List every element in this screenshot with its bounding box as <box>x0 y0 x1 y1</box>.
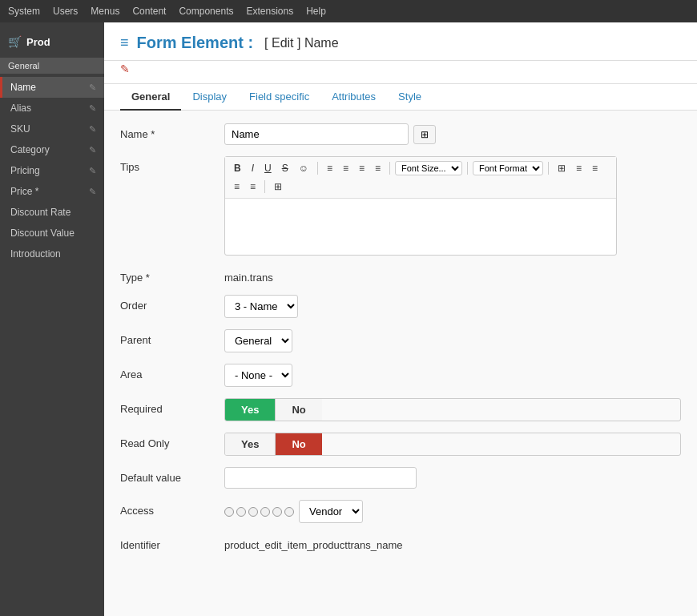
underline-icon: U <box>264 163 272 174</box>
readonly-no-button[interactable]: No <box>276 433 321 455</box>
required-field: Yes No <box>224 398 681 421</box>
tips-label: Tips <box>120 156 224 173</box>
type-label: Type * <box>120 267 224 284</box>
identifier-value: product_edit_item_producttrans_name <box>224 534 681 551</box>
sidebar-item-price[interactable]: Price * ✎ <box>0 181 104 202</box>
parent-field: General <box>224 329 681 352</box>
readonly-yes-button[interactable]: Yes <box>225 433 275 455</box>
italic-icon: I <box>252 163 254 174</box>
parent-label: Parent <box>120 329 224 346</box>
nav-users[interactable]: Users <box>53 6 78 17</box>
tab-general[interactable]: General <box>120 84 181 111</box>
toolbar-separator-2 <box>389 162 390 175</box>
indent-more-button[interactable]: ≡ <box>371 160 385 176</box>
name-input[interactable] <box>224 123 409 145</box>
toolbar-separator-5 <box>264 180 265 193</box>
area-row: Area - None - <box>120 364 681 387</box>
sidebar-item-name[interactable]: Name ✎ <box>0 77 104 98</box>
name-row: Name * ⊞ <box>120 123 681 145</box>
required-yes-button[interactable]: Yes <box>225 399 275 421</box>
sidebar-item-sku[interactable]: SKU ✎ <box>0 119 104 139</box>
font-format-select[interactable]: Font Format <box>473 161 543 175</box>
access-controls: Vendor <box>224 500 681 523</box>
sidebar-item-pricing[interactable]: Pricing ✎ <box>0 160 104 181</box>
nav-extensions[interactable]: Extensions <box>246 6 293 17</box>
align-justify-button[interactable]: ≡ <box>246 179 260 195</box>
align-left-button[interactable]: ≡ <box>572 160 586 176</box>
readonly-row: Read Only Yes No <box>120 433 681 456</box>
emoji-button[interactable]: ☺ <box>295 160 312 176</box>
sidebar-section: General <box>0 58 104 74</box>
source-button[interactable]: ⊞ <box>554 160 570 176</box>
access-dots <box>224 507 294 517</box>
rich-editor-body[interactable] <box>225 199 616 255</box>
unordered-list-button[interactable]: ≡ <box>323 160 336 176</box>
area-label: Area <box>120 364 224 380</box>
nav-content[interactable]: Content <box>132 6 166 17</box>
list-icon: ≡ <box>120 34 129 51</box>
sidebar-item-discount-rate[interactable]: Discount Rate <box>0 202 104 223</box>
edit-icon-alias[interactable]: ✎ <box>89 103 96 114</box>
order-field: 3 - Name <box>224 295 681 318</box>
nav-system[interactable]: System <box>8 6 40 17</box>
italic-button[interactable]: I <box>248 160 258 176</box>
default-input[interactable] <box>224 467 417 489</box>
sidebar-item-pricing-label: Pricing <box>10 165 40 176</box>
required-no-button[interactable]: No <box>276 399 321 421</box>
edit-icon-category[interactable]: ✎ <box>89 145 96 155</box>
sidebar-item-introduction-label: Introduction <box>10 248 61 260</box>
page-header: ≡ Form Element : [ Edit ] Name <box>104 22 697 61</box>
parent-select[interactable]: General <box>224 329 292 352</box>
toolbar-separator-1 <box>317 162 318 175</box>
strikethrough-button[interactable]: S <box>278 160 292 176</box>
readonly-btn-group: Yes No <box>224 433 681 456</box>
nav-components[interactable]: Components <box>179 6 233 17</box>
access-field: Vendor <box>224 500 681 523</box>
nav-help[interactable]: Help <box>306 6 326 17</box>
access-dot-1 <box>224 507 234 517</box>
nav-menus[interactable]: Menus <box>91 6 119 17</box>
bold-button[interactable]: B <box>230 160 245 176</box>
underline-button[interactable]: U <box>260 160 276 176</box>
translate-button[interactable]: ⊞ <box>413 125 436 144</box>
type-row: Type * main.trans <box>120 267 681 284</box>
sidebar-item-discount-value[interactable]: Discount Value <box>0 223 104 244</box>
sidebar-item-sku-label: SKU <box>10 123 30 135</box>
tab-style[interactable]: Style <box>387 84 433 111</box>
header-edit-icon[interactable]: ✎ <box>120 62 130 75</box>
tab-field-specific[interactable]: Field specific <box>238 84 320 111</box>
page-title: Form Element : <box>137 34 254 52</box>
toolbar-separator-3 <box>467 162 468 175</box>
access-row: Access Vendor <box>120 500 681 523</box>
area-select[interactable]: - None - <box>224 364 292 387</box>
default-label: Default value <box>120 467 224 484</box>
sidebar-item-category[interactable]: Category ✎ <box>0 139 104 160</box>
sidebar-item-alias[interactable]: Alias ✎ <box>0 98 104 119</box>
tab-attributes[interactable]: Attributes <box>320 84 387 111</box>
access-dot-3 <box>248 507 258 517</box>
edit-icon-sku[interactable]: ✎ <box>89 124 96 135</box>
indent-less-button[interactable]: ≡ <box>355 160 369 176</box>
extra-button[interactable]: ⊞ <box>270 179 286 195</box>
align-right-button[interactable]: ≡ <box>230 179 244 195</box>
access-dot-5 <box>272 507 282 517</box>
access-select[interactable]: Vendor <box>299 500 363 523</box>
sidebar-item-name-label: Name <box>10 82 36 93</box>
access-label: Access <box>120 500 224 517</box>
align-center-button[interactable]: ≡ <box>588 160 602 176</box>
order-select[interactable]: 3 - Name <box>224 295 298 318</box>
edit-icon-pricing[interactable]: ✎ <box>89 166 96 176</box>
font-size-select[interactable]: Font Size... <box>395 161 462 175</box>
name-field-wrap: ⊞ <box>224 123 681 145</box>
cart-icon: 🛒 <box>8 35 22 48</box>
parent-row: Parent General <box>120 329 681 352</box>
sidebar-title: 🛒 Prod <box>0 29 104 58</box>
tab-display[interactable]: Display <box>181 84 238 111</box>
edit-icon-name[interactable]: ✎ <box>89 83 96 93</box>
bold-icon: B <box>234 163 241 174</box>
ordered-list-button[interactable]: ≡ <box>339 160 353 176</box>
order-label: Order <box>120 295 224 312</box>
sidebar-item-introduction[interactable]: Introduction <box>0 244 104 264</box>
edit-icon-price[interactable]: ✎ <box>89 187 96 197</box>
top-navigation: System Users Menus Content Components Ex… <box>0 0 697 22</box>
